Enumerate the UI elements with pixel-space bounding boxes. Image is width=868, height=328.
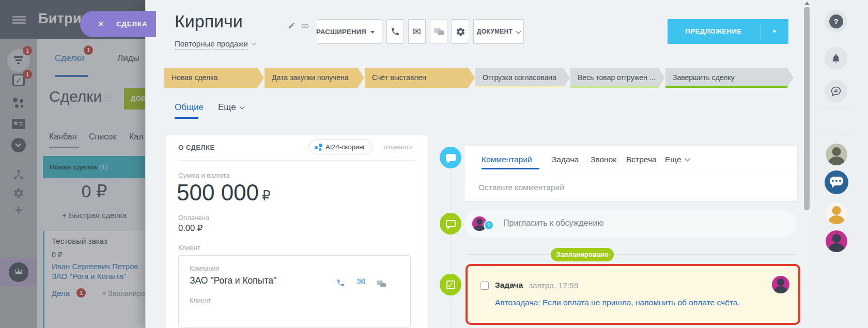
stage-new-deal[interactable]: Новая сделка [164,68,264,88]
client-mail-icon[interactable]: ✉ [357,276,366,287]
stage-label: Весь товар отгружен ... [578,73,655,82]
invite-discussion-button[interactable]: + Пригласить к обсуждению [464,210,797,237]
document-button[interactable]: ДОКУМЕНТ [473,19,524,44]
comment-card: Комментарий Задача Звонок Встреча Еще [464,146,797,201]
stage-goods-shipped[interactable]: Весь товар отгружен ... [570,68,665,88]
about-deal-card: О СДЕЛКЕ AI24-скоринг изменить Сумма и в… [166,135,428,328]
planned-badge: Запланировано [551,248,614,261]
stage-label: Отгрузка согласована [483,73,556,82]
divider [822,133,850,133]
help-icon: ? [829,14,843,28]
currency-sign: ₽ [262,188,271,204]
timeline-tab-comment[interactable]: Комментарий [482,155,532,164]
group-chat-avatar[interactable] [825,170,848,194]
edit-link[interactable]: изменить [383,143,413,151]
assistant-avatar[interactable] [826,202,847,224]
close-icon[interactable]: × [98,18,104,30]
notifications-button[interactable] [825,47,847,70]
group-chat-icon [830,177,843,185]
dim-overlay [0,0,146,328]
help-button[interactable]: ? [825,10,847,33]
chat-icon [434,28,444,36]
client-label: Клиент [178,244,200,252]
split-divider [761,24,761,39]
client-call-icon[interactable] [336,278,345,289]
amount-value: 500 000 [177,180,259,205]
client-box: Компания ЗАО "Рога и Копыта" ✉ Клиент [178,255,411,328]
bitrix24-crm-screen: Битрикс24 1 ✓ 1 + [0,0,868,328]
company-label: Компания [190,265,219,272]
divider [822,107,850,107]
task-text-link[interactable]: Автозадача: Если оплата не пришла, напом… [495,298,740,307]
contact-label: Клиент [190,297,211,304]
stage-close-deal[interactable]: Завершить сделку [665,68,794,88]
timeline-tab-more[interactable]: Еще [665,155,689,164]
right-rail: ? [812,0,868,328]
comment-icon [440,147,461,168]
comment-input[interactable] [477,178,777,197]
bell-icon [831,53,841,64]
split-divider [364,24,364,39]
stage-shipping-approved[interactable]: Отгрузка согласована [475,68,570,88]
tab-more-label: Еще [218,102,236,112]
gear-icon [456,27,466,37]
chevron-down-icon[interactable] [370,31,375,34]
ai-scoring-label: AI24-скоринг [326,143,365,151]
timeline-tab-task[interactable]: Задача [552,155,579,164]
tab-more-label: Еще [665,155,681,164]
task-icon: ✓ [440,274,461,295]
copy-link-icon[interactable] [301,22,309,33]
deal-category-selector[interactable]: Повторные продажи [175,39,256,48]
background-page: Битрикс24 1 ✓ 1 + [0,0,146,328]
messenger-sync-icon [830,85,842,98]
tab-general-underline [175,117,198,119]
task-responsible-avatar[interactable] [772,276,789,293]
timeline-tab-call[interactable]: Звонок [591,155,616,164]
stage-label: Завершить сделку [673,73,735,82]
scrollbar-thumb[interactable] [804,7,810,210]
divider [464,254,797,255]
ai-scoring-button[interactable]: AI24-скоринг [309,139,373,154]
discussion-icon [440,213,461,235]
add-person-icon: + [484,220,494,230]
phone-icon [391,27,400,36]
highlighted-task-card[interactable]: Задача завтра, 17:59 Автозадача: Если оп… [466,264,800,325]
deal-amount[interactable]: 500 000₽ [177,180,271,206]
task-type-label[interactable]: Задача [495,280,523,290]
comment-tab-underline [482,168,539,169]
proposal-label: ПРЕДЛОЖЕНИЕ [668,19,760,44]
invite-label: Пригласить к обсуждению [503,218,603,228]
paid-value: 0.00 ₽ [178,223,203,233]
chevron-down-icon[interactable] [772,30,777,33]
amount-label: Сумма и валюта [178,171,229,179]
tab-general[interactable]: Общие [175,102,204,113]
company-link[interactable]: ЗАО "Рога и Копыта" [190,275,276,286]
ai-scoring-icon [314,143,322,151]
mail-icon: ✉ [413,26,422,37]
timeline-tab-meeting[interactable]: Встреча [626,155,657,164]
email-button[interactable]: ✉ [408,19,426,44]
messenger-sync-button[interactable] [825,80,847,103]
close-slider-button[interactable]: × СДЕЛКА [80,11,156,37]
settings-button[interactable] [452,19,469,44]
user-photo-avatar[interactable] [826,144,847,165]
chat-button[interactable] [430,19,447,44]
about-heading: О СДЕЛКЕ [178,144,215,151]
employee-avatar[interactable] [826,230,847,252]
call-button[interactable] [386,19,404,44]
tab-more[interactable]: Еще [218,102,244,113]
divider [178,160,416,161]
deal-title[interactable]: Кирпичи [175,11,243,32]
stage-invoice-sent[interactable]: Счёт выставлен [365,68,475,88]
chevron-down-icon [251,41,256,46]
proposal-button[interactable]: ПРЕДЛОЖЕНИЕ [668,19,788,44]
scrollbar-up-arrow[interactable] [804,2,810,5]
extensions-button[interactable]: РАСШИРЕНИЯ [317,19,382,44]
close-pill-label: СДЕЛКА [116,20,147,28]
edit-title-icon[interactable] [288,22,296,32]
task-checkbox[interactable] [481,282,489,290]
document-label: ДОКУМЕНТ [477,28,513,35]
extensions-label: РАСШИРЕНИЯ [316,28,366,36]
client-chat-icon[interactable] [377,280,386,288]
stage-purchase-date[interactable]: Дата закупки получена [265,68,364,88]
